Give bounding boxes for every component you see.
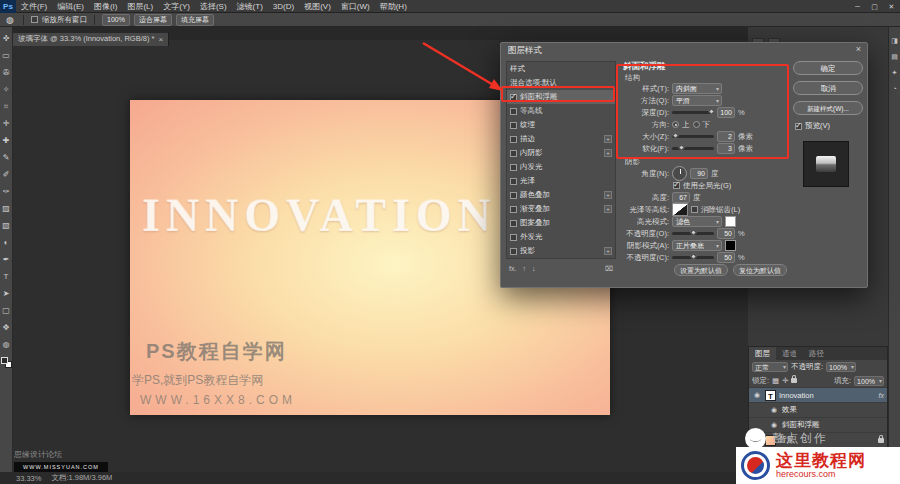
global-light-checkbox[interactable] bbox=[673, 182, 680, 189]
list-item-gradient-overlay[interactable]: 渐变叠加 bbox=[507, 202, 615, 216]
highlight-mode-select[interactable]: 滤色 bbox=[672, 216, 722, 227]
lock-transparency-icon[interactable]: ▦ bbox=[772, 376, 779, 385]
collapsed-properties-icon[interactable]: ◔ bbox=[892, 85, 896, 92]
list-item-contour[interactable]: 等高线 bbox=[507, 104, 615, 118]
quick-select-tool-icon[interactable]: ✧ bbox=[0, 81, 13, 98]
fit-screen-button[interactable]: 适合屏幕 bbox=[134, 14, 172, 26]
antialias-checkbox[interactable] bbox=[691, 206, 698, 213]
effects-label[interactable]: 效果 bbox=[782, 405, 797, 415]
list-item-styles[interactable]: 样式 bbox=[507, 62, 615, 76]
list-item-inner-glow[interactable]: 内发光 bbox=[507, 160, 615, 174]
hand-tool-icon[interactable]: ✥ bbox=[0, 319, 13, 336]
plus-icon[interactable] bbox=[604, 191, 612, 199]
menu-select[interactable]: 选择(S) bbox=[195, 0, 232, 13]
menu-window[interactable]: 窗口(W) bbox=[336, 0, 375, 13]
list-item-color-overlay[interactable]: 颜色叠加 bbox=[507, 188, 615, 202]
menu-layer[interactable]: 图层(L) bbox=[122, 0, 158, 13]
crop-tool-icon[interactable]: ⌗ bbox=[0, 98, 13, 115]
checkbox[interactable] bbox=[510, 248, 517, 255]
highlight-color-swatch[interactable] bbox=[725, 216, 736, 227]
layer-row-innovation[interactable]: ◉ T Innovation fx bbox=[749, 387, 887, 402]
plus-icon[interactable] bbox=[604, 149, 612, 157]
text-layer-thumbnail[interactable]: T bbox=[765, 390, 776, 401]
menu-image[interactable]: 图像(I) bbox=[89, 0, 123, 13]
plus-icon[interactable] bbox=[604, 205, 612, 213]
menu-3d[interactable]: 3D(D) bbox=[268, 0, 299, 13]
marquee-tool-icon[interactable]: ▭ bbox=[0, 47, 13, 64]
opacity-select[interactable]: 100% bbox=[826, 362, 856, 372]
plus-icon[interactable] bbox=[604, 135, 612, 143]
tab-close-icon[interactable]: × bbox=[158, 35, 163, 44]
collapsed-history-icon[interactable]: ✦ bbox=[892, 69, 898, 77]
lasso-tool-icon[interactable]: ✇ bbox=[0, 64, 13, 81]
cancel-button[interactable]: 取消 bbox=[793, 81, 863, 95]
checkbox[interactable] bbox=[510, 136, 517, 143]
altitude-value[interactable]: 67 bbox=[672, 192, 690, 203]
visibility-eye-icon[interactable]: ◉ bbox=[752, 391, 762, 399]
layer-row-effects[interactable]: ◉ 效果 bbox=[749, 402, 887, 417]
menu-edit[interactable]: 编辑(E) bbox=[52, 0, 89, 13]
checkbox[interactable] bbox=[510, 108, 517, 115]
path-select-tool-icon[interactable]: ➤ bbox=[0, 285, 13, 302]
angle-value[interactable]: 90 bbox=[690, 168, 708, 179]
color-swatches[interactable] bbox=[1, 357, 12, 368]
checkbox[interactable] bbox=[510, 206, 517, 213]
menu-view[interactable]: 视图(V) bbox=[299, 0, 336, 13]
shadow-opacity-slider[interactable] bbox=[672, 256, 714, 259]
list-item-texture[interactable]: 纹理 bbox=[507, 118, 615, 132]
zoom-100-button[interactable]: 100% bbox=[102, 14, 130, 26]
tab-layers[interactable]: 图层 bbox=[749, 347, 776, 360]
ok-button[interactable]: 确定 bbox=[793, 61, 863, 75]
gloss-contour-thumbnail[interactable] bbox=[672, 203, 688, 216]
angle-dial[interactable] bbox=[672, 166, 687, 181]
visibility-eye-icon[interactable]: ◉ bbox=[769, 406, 779, 414]
list-item-inner-shadow[interactable]: 内阴影 bbox=[507, 146, 615, 160]
layer-name[interactable]: Innovation bbox=[779, 391, 814, 400]
eraser-tool-icon[interactable]: ▨ bbox=[0, 200, 13, 217]
type-tool-icon[interactable]: T bbox=[0, 268, 13, 285]
preview-checkbox[interactable] bbox=[795, 123, 802, 130]
tab-channels[interactable]: 通道 bbox=[776, 347, 803, 360]
fill-select[interactable]: 100% bbox=[854, 376, 884, 386]
checkbox[interactable] bbox=[510, 150, 517, 157]
blur-tool-icon[interactable]: ◐ bbox=[0, 234, 13, 251]
zoom-tool-icon[interactable]: ◍ bbox=[0, 336, 13, 353]
add-effect-icon[interactable]: fx. bbox=[509, 265, 516, 272]
checkbox[interactable] bbox=[510, 192, 517, 199]
menu-type[interactable]: 文字(Y) bbox=[158, 0, 195, 13]
close-icon[interactable]: ✕ bbox=[883, 0, 900, 13]
plus-icon[interactable] bbox=[604, 247, 612, 255]
shadow-mode-select[interactable]: 正片叠底 bbox=[672, 240, 722, 251]
list-item-outer-glow[interactable]: 外发光 bbox=[507, 230, 615, 244]
list-item-drop-shadow[interactable]: 投影 bbox=[507, 244, 615, 258]
new-style-button[interactable]: 新建样式(W)... bbox=[793, 101, 863, 115]
list-item-stroke[interactable]: 描边 bbox=[507, 132, 615, 146]
collapsed-adjustments-icon[interactable]: ◨ bbox=[891, 37, 898, 45]
tab-paths[interactable]: 路径 bbox=[803, 347, 830, 360]
document-tab[interactable]: 玻璃字体 @ 33.3% (Innovation, RGB/8) * × bbox=[13, 33, 169, 46]
move-down-icon[interactable]: ↓ bbox=[532, 265, 536, 272]
shape-tool-icon[interactable]: ▢ bbox=[0, 302, 13, 319]
zoom-level[interactable]: 33.33% bbox=[16, 474, 41, 483]
menu-filter[interactable]: 滤镜(T) bbox=[232, 0, 268, 13]
lock-all-icon[interactable] bbox=[791, 378, 797, 383]
checkbox[interactable] bbox=[510, 178, 517, 185]
move-tool-icon[interactable]: ✜ bbox=[0, 30, 13, 47]
highlight-opacity-slider[interactable] bbox=[672, 232, 714, 235]
list-item-pattern-overlay[interactable]: 图案叠加 bbox=[507, 216, 615, 230]
shadow-opacity-value[interactable]: 50 bbox=[717, 252, 735, 263]
foreground-color-swatch[interactable] bbox=[1, 357, 8, 364]
list-item-satin[interactable]: 光泽 bbox=[507, 174, 615, 188]
checkbox[interactable] bbox=[510, 164, 517, 171]
brush-tool-icon[interactable]: ✎ bbox=[0, 149, 13, 166]
collapsed-styles-icon[interactable]: ▤ bbox=[891, 53, 898, 61]
fill-screen-button[interactable]: 填充屏幕 bbox=[176, 14, 214, 26]
zoom-all-windows-checkbox[interactable] bbox=[31, 16, 38, 23]
dialog-close-icon[interactable]: × bbox=[856, 44, 861, 54]
reset-default-button[interactable]: 复位为默认值 bbox=[733, 264, 787, 276]
checkbox[interactable] bbox=[510, 220, 517, 227]
set-default-button[interactable]: 设置为默认值 bbox=[674, 264, 728, 276]
menu-file[interactable]: 文件(F) bbox=[16, 0, 52, 13]
stamp-tool-icon[interactable]: ✐ bbox=[0, 166, 13, 183]
pen-tool-icon[interactable]: ✒ bbox=[0, 251, 13, 268]
